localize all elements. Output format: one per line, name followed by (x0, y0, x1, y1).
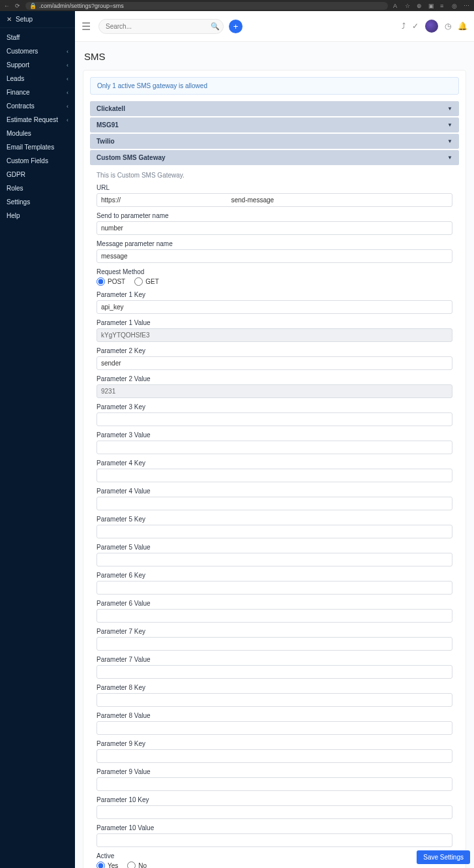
chevron-down-icon: ▼ (447, 122, 452, 128)
sidebar-item-label: Custom Fields (7, 157, 48, 164)
chevron-left-icon: ‹ (67, 76, 68, 82)
param10-key-input[interactable] (96, 805, 452, 819)
param3-value-input[interactable] (96, 441, 452, 454)
param3-key-input[interactable] (96, 412, 452, 426)
message-input[interactable] (96, 249, 452, 263)
setup-header: ✕ Setup (0, 11, 75, 28)
param1-value-input[interactable] (96, 328, 452, 342)
sidebar-item-modules[interactable]: Modules (0, 127, 75, 140)
sidebar-item-label: Leads (7, 75, 24, 82)
param9-value-input[interactable] (96, 777, 452, 791)
search-input[interactable] (98, 19, 224, 34)
setup-label: Setup (16, 16, 33, 23)
param8-key-input[interactable] (96, 693, 452, 707)
send-to-input[interactable] (96, 221, 452, 235)
sidebar-item-label: Modules (7, 130, 31, 137)
sidebar-item-help[interactable]: Help (0, 209, 75, 223)
refresh-icon[interactable]: ⟳ (15, 3, 20, 9)
menu-icon[interactable]: ☰ (81, 20, 91, 33)
sidebar-item-support[interactable]: Support‹ (0, 58, 75, 72)
close-icon[interactable]: ✕ (7, 16, 12, 23)
chevron-down-icon: ▼ (447, 155, 452, 161)
param3-value-label: Parameter 3 Value (96, 431, 452, 439)
param9-key-input[interactable] (96, 749, 452, 763)
active-yes-radio[interactable]: Yes (96, 861, 118, 868)
accordion-custom[interactable]: Custom SMS Gateway ▼ (90, 150, 459, 165)
chevron-down-icon: ▼ (447, 106, 452, 112)
accordion-msg91[interactable]: MSG91 ▼ (90, 117, 459, 132)
more-icon[interactable]: ⋯ (464, 3, 470, 9)
profile-icon[interactable]: ◎ (452, 3, 458, 9)
sidebar-item-estimate-request[interactable]: Estimate Request‹ (0, 113, 75, 127)
sidebar-item-contracts[interactable]: Contracts‹ (0, 99, 75, 113)
param5-value-input[interactable] (96, 553, 452, 566)
clock-icon[interactable]: ◷ (445, 22, 451, 31)
sidebar-item-customers[interactable]: Customers‹ (0, 44, 75, 58)
param8-value-input[interactable] (96, 721, 452, 735)
sidebar-item-leads[interactable]: Leads‹ (0, 72, 75, 85)
active-no-radio[interactable]: No (127, 861, 147, 868)
address-bar[interactable]: 🔒 .com/admin/settings?group=sms (25, 2, 388, 10)
sidebar-item-label: Staff (7, 34, 20, 41)
param7-value-input[interactable] (96, 665, 452, 679)
lock-icon: 🔒 (29, 3, 37, 9)
param4-key-input[interactable] (96, 469, 452, 482)
sidebar-item-label: Settings (7, 198, 30, 206)
gateway-hint: This is Custom SMS Gateway. (96, 172, 452, 179)
share-icon[interactable]: ⤴ (402, 22, 406, 31)
param4-key-label: Parameter 4 Key (96, 459, 452, 467)
sidebar-item-staff[interactable]: Staff (0, 31, 75, 44)
check-icon[interactable]: ✓ (412, 22, 419, 31)
param5-key-input[interactable] (96, 525, 452, 538)
sidebar-item-label: Finance (7, 89, 30, 96)
url-input[interactable] (96, 193, 452, 207)
post-radio[interactable]: POST (96, 277, 125, 286)
sidebar-item-custom-fields[interactable]: Custom Fields (0, 154, 75, 168)
save-settings-button[interactable]: Save Settings (417, 850, 470, 864)
param8-key-label: Parameter 8 Key (96, 684, 452, 691)
search-icon[interactable]: 🔍 (211, 22, 220, 31)
param2-key-input[interactable] (96, 356, 452, 370)
param1-key-label: Parameter 1 Key (96, 291, 452, 298)
param10-key-label: Parameter 10 Key (96, 796, 452, 803)
add-button[interactable]: + (229, 20, 243, 33)
param2-value-input[interactable] (96, 384, 452, 398)
reader-icon[interactable]: A (393, 3, 400, 9)
sidebar-item-finance[interactable]: Finance‹ (0, 85, 75, 99)
get-radio[interactable]: GET (134, 277, 159, 286)
param4-value-input[interactable] (96, 497, 452, 510)
param9-key-label: Parameter 9 Key (96, 740, 452, 747)
sidebar: ✕ Setup StaffCustomers‹Support‹Leads‹Fin… (0, 11, 75, 868)
sidebar-item-roles[interactable]: Roles (0, 181, 75, 195)
collections-icon[interactable]: ▣ (428, 3, 435, 9)
sidebar-item-gdpr[interactable]: GDPR (0, 168, 75, 181)
param6-key-input[interactable] (96, 581, 452, 595)
accordion-twilio[interactable]: Twilio ▼ (90, 134, 459, 149)
chevron-left-icon: ‹ (67, 89, 68, 96)
sidebar-item-email-templates[interactable]: Email Templates (0, 140, 75, 154)
param5-key-label: Parameter 5 Key (96, 516, 452, 523)
param7-key-input[interactable] (96, 637, 452, 651)
extensions-icon[interactable]: ⊕ (417, 3, 423, 9)
param6-value-label: Parameter 6 Value (96, 600, 452, 607)
sidebar-item-label: Support (7, 61, 29, 69)
sidebar-item-settings[interactable]: Settings (0, 195, 75, 209)
param10-value-label: Parameter 10 Value (96, 824, 452, 831)
favorite-icon[interactable]: ☆ (405, 3, 411, 9)
param1-key-input[interactable] (96, 300, 452, 314)
url-label: URL (96, 184, 452, 191)
chevron-left-icon: ‹ (67, 48, 68, 55)
back-icon[interactable]: ← (4, 3, 10, 9)
accordion-label: MSG91 (96, 121, 119, 129)
send-to-label: Send to parameter name (96, 212, 452, 219)
accordion-clickatell[interactable]: Clickatell ▼ (90, 101, 459, 116)
split-icon[interactable]: ≡ (440, 3, 447, 9)
notice: Only 1 active SMS gateway is allowed (90, 77, 459, 95)
param10-value-input[interactable] (96, 833, 452, 847)
message-label: Message parameter name (96, 240, 452, 247)
param5-value-label: Parameter 5 Value (96, 544, 452, 551)
param6-value-input[interactable] (96, 609, 452, 623)
param2-key-label: Parameter 2 Key (96, 347, 452, 354)
avatar[interactable] (425, 20, 438, 33)
bell-icon[interactable]: 🔔 (458, 22, 467, 31)
